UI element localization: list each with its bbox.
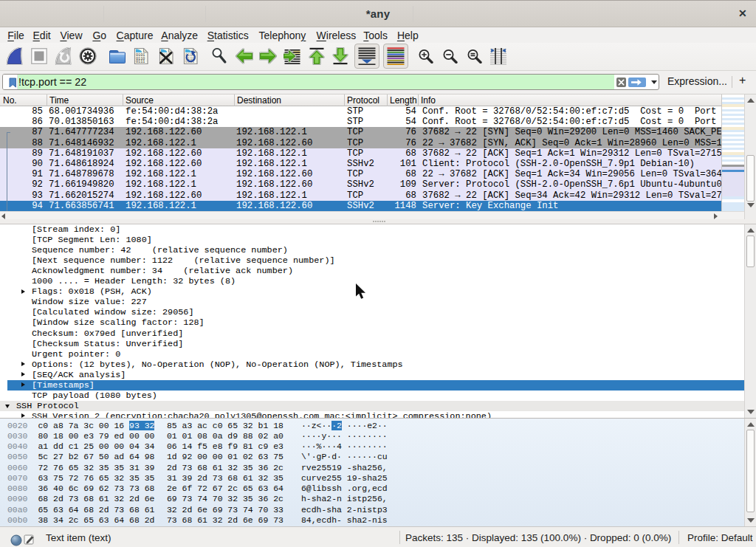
svg-text:0111: 0111 (136, 60, 145, 64)
